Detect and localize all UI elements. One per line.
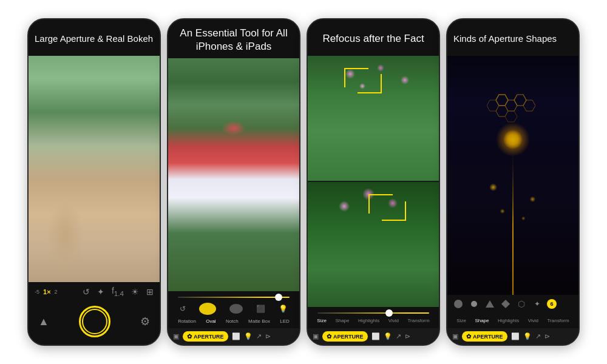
size-tab[interactable]: Size [317,318,327,323]
small-circle-icon [471,301,477,307]
oval-label: Oval [206,318,215,324]
phone4-bottom-bar: ▣ ✿ APERTURE ⬜ 💡 ↗ ⊳ [447,328,578,345]
phone-screen-3: Refocus after the Fact Size [308,19,439,345]
share-icon-4[interactable]: ⊳ [544,332,550,340]
brightness-icon[interactable]: ☀ [131,287,139,297]
highlights-tab[interactable]: Highlights [358,318,379,323]
mattebox-tool[interactable]: ⬛ [256,305,265,313]
rotation-label: Rotation [178,318,196,324]
bulb-icon-4[interactable]: 💡 [523,332,532,340]
bokeh-cluster [487,92,535,140]
photo-bottom [308,182,439,307]
hex-shape[interactable]: ⬡ [515,298,527,310]
phone4-toolbar: Size Shape Highlights Vivid Transform [447,313,578,328]
slider-thumb[interactable] [275,294,282,301]
aperture-badge-4: ✿ APERTURE [462,331,507,342]
vivid-tab-4[interactable]: Vivid [528,318,538,323]
triangle-icon [486,300,494,308]
transform-tab[interactable]: Transform [408,318,430,323]
phone3-bottom-bar: ▣ ✿ APERTURE ⬜ 💡 ↗ ⊳ [308,328,439,345]
rotate-icon[interactable]: ↺ [83,287,90,297]
focus-bracket2-bottom-right [382,201,406,221]
zoom-level-2[interactable]: 2 [55,289,58,295]
diamond-shape[interactable] [500,298,512,310]
star-shape-icon: ✦ [534,300,540,308]
aperture-logo-icon-4: ✿ [466,333,471,340]
led-tool[interactable]: 💡 [279,305,288,313]
gallery-icon[interactable]: ▲ [38,315,49,328]
rotation-tool[interactable]: ↺ [180,305,186,313]
transform-tab-4[interactable]: Transform [548,318,569,323]
photo-person [29,56,160,282]
arrow-icon-4[interactable]: ↗ [535,332,541,340]
toggle-icon-3[interactable]: ⬜ [371,332,380,340]
number-badge: 6 [547,299,557,309]
shutter-button[interactable] [79,306,110,337]
aperture-label-2: APERTURE [194,334,224,340]
bulb-icon[interactable]: 💡 [244,332,253,340]
tool-tabs-4: Size Shape Highlights Vivid Transform [452,316,574,325]
phone1-title: Large Aperture & Real Bokeh [29,19,160,56]
circle-shape[interactable] [452,298,464,310]
mattebox-label: Matte Box [248,318,270,324]
aperture-f-icon[interactable]: f1.4 [112,286,124,297]
phone-screen-4: Kinds of Aperture Shapes [447,19,578,345]
slider-bar[interactable] [178,297,290,298]
grid-icon[interactable]: ⊞ [146,287,154,297]
photo-person-2 [168,58,299,291]
phone2-bottom-bar: ▣ ✿ APERTURE ⬜ 💡 ↗ ⊳ [168,328,299,345]
aperture-badge-3: ✿ APERTURE [322,331,368,342]
notch-label: Notch [226,318,239,324]
arrow-icon-1[interactable]: ↗ [256,332,262,340]
small-circle-shape[interactable] [468,298,480,310]
toggle-icon-1[interactable]: ⬜ [232,332,240,340]
phone-screen-2: An Essential Tool for All iPhones & iPad… [168,19,299,345]
shape-tab-4[interactable]: Shape [475,318,489,323]
toggle-icon-4[interactable]: ⬜ [511,332,520,340]
phone3-title: Refocus after the Fact [308,19,439,56]
phone3-toolbar: Size Shape Highlights Vivid Transform [308,307,439,328]
phone3-photos [308,56,439,307]
oval-tool[interactable] [199,303,216,315]
svg-marker-5 [514,95,526,106]
phone-frame-1: Large Aperture & Real Bokeh -5 1× 2 ↺ ✦ … [27,18,161,346]
zoom-level-1[interactable]: -5 [35,289,39,295]
slider-bar-3[interactable] [317,312,429,314]
highlights-tab-4[interactable]: Highlights [498,318,519,323]
bulb-icon-3[interactable]: 💡 [384,332,392,340]
aperture-badge-2: ✿ APERTURE [183,331,228,342]
toolbar-icons: ↺ ✦ f1.4 ☀ ⊞ [83,286,154,297]
photo-thumb-icon[interactable]: ▣ [173,332,179,340]
star-icon[interactable]: ✦ [97,287,104,297]
tool-icons-row: ↺ ⬛ 💡 [173,300,294,317]
share-icon-1[interactable]: ⊳ [265,332,271,340]
slider-thumb-3[interactable] [385,309,393,317]
phone2-photo [168,58,299,291]
triangle-shape[interactable] [484,298,496,310]
phone-frame-4: Kinds of Aperture Shapes [446,18,580,346]
aperture-label-3: APERTURE [333,334,364,340]
share-icon-3[interactable]: ⊳ [405,332,410,340]
aperture-logo-icon: ✿ [187,333,192,340]
tool-tabs-3: Size Shape Highlights Vivid Transform [313,316,434,325]
arrow-icon-3[interactable]: ↗ [396,332,401,340]
aperture-label-4: APERTURE [473,334,503,340]
notch-tool[interactable] [229,304,243,314]
phone1-toolbar: -5 1× 2 ↺ ✦ f1.4 ☀ ⊞ [29,282,160,301]
zoom-indicators: -5 1× 2 [35,288,58,295]
shapes-row: ⬡ ✦ 6 [447,295,578,313]
vivid-tab[interactable]: Vivid [388,318,399,323]
phone4-title: Kinds of Aperture Shapes [447,19,578,56]
shape-tab[interactable]: Shape [335,318,349,323]
screenshots-container: Large Aperture & Real Bokeh -5 1× 2 ↺ ✦ … [0,0,607,364]
phone2-title: An Essential Tool for All iPhones & iPad… [168,19,299,58]
settings-icon[interactable]: ⚙ [140,315,150,328]
photo-thumb-icon-3[interactable]: ▣ [313,332,319,340]
phone-frame-3: Refocus after the Fact Size [307,18,440,346]
led-label: LED [280,318,290,324]
star-shape[interactable]: ✦ [531,298,543,310]
phone-frame-2: An Essential Tool for All iPhones & iPad… [167,18,300,346]
photo-thumb-icon-4[interactable]: ▣ [452,332,458,340]
zoom-level-active[interactable]: 1× [43,288,51,295]
size-tab-4[interactable]: Size [456,318,466,323]
